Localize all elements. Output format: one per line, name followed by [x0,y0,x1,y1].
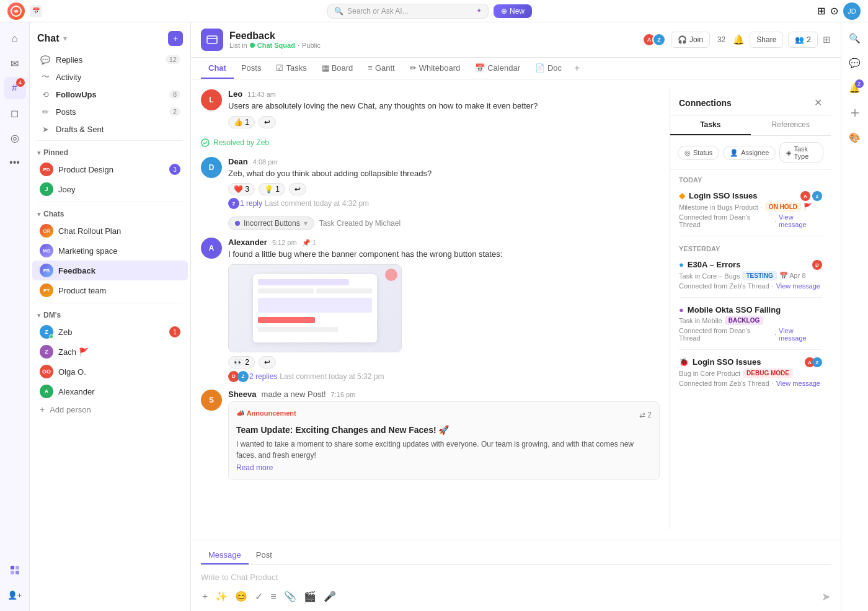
format-tool[interactable]: ≡ [269,590,277,604]
sidebar-item-product-design[interactable]: PD Product Design 3 [32,159,188,179]
sidebar-item-docs[interactable]: ◻ [4,102,26,124]
reaction-reply-alex[interactable]: ↩ [259,356,276,368]
sidebar-item-joey[interactable]: J Joey [32,179,188,199]
task-badge[interactable]: Incorrect Buttons ▾ [228,216,314,230]
calendar-icon[interactable]: 📅 [30,5,42,17]
tab-doc[interactable]: 📄 Doc [528,58,569,79]
send-button[interactable]: ➤ [822,590,831,604]
reaction-bulb[interactable]: 💡 1 [259,183,285,195]
sidebar-item-feedback[interactable]: FB Feedback [32,261,188,280]
sidebar-item-chat[interactable]: # 4 [4,77,26,99]
alexander-message-header: Alexander 5:12 pm 📌 1 [228,238,660,247]
connection-login-sso-2[interactable]: 🐞 Login SSO Issues A Z Bug in Core Produ… [670,352,831,392]
user-avatar[interactable]: JD [843,2,861,20]
dean-replies[interactable]: Z 1 reply Last comment today at 4:32 pm [228,198,660,209]
sidebar-item-goals[interactable]: ◎ [4,127,26,149]
connections-close-button[interactable]: ✕ [814,97,822,109]
add-tool[interactable]: + [201,590,209,604]
checkmark-icon [201,138,210,147]
emoji-tool[interactable]: 😊 [234,589,249,604]
tab-posts[interactable]: Posts [234,58,269,79]
sidebar-divider-2 [37,202,183,202]
mobile-okta-view[interactable]: View message [779,327,822,342]
read-more-link[interactable]: Read more [236,463,652,472]
topbar-right: ⊞ ⊙ JD [817,2,861,20]
login-sso-2-title-text: Login SSO Issues [693,357,761,367]
reaction-heart[interactable]: ❤️ 3 [228,183,255,195]
sidebar-item-home[interactable]: ⌂ [4,27,26,50]
tab-board[interactable]: ▦ Board [314,58,361,79]
sidebar-add-button[interactable]: + [168,31,183,46]
right-palette-button[interactable]: 🎨 [845,128,865,148]
connections-tab-references[interactable]: References [751,115,831,135]
composer-input[interactable] [201,569,831,586]
reaction-reply-dean[interactable]: ↩ [289,183,306,195]
right-search-button[interactable]: 🔍 [845,29,865,48]
sidebar-collapse-icon[interactable]: ▾ [63,34,67,43]
sidebar-item-add-member[interactable]: 👤+ [4,584,26,606]
connections-tab-tasks[interactable]: Tasks [670,115,751,135]
clock-icon[interactable]: ⊙ [830,5,838,17]
right-chat-button[interactable]: 💬 [845,53,865,73]
reaction-thumbsup[interactable]: 👍 1 [228,116,255,128]
sidebar-item-alexander[interactable]: A Alexander [32,381,188,401]
composer-tab-message[interactable]: Message [201,546,249,564]
sidebar-item-zach[interactable]: Z Zach 🚩 [32,342,188,362]
dms-section-header[interactable]: ▾ DM's [30,306,190,322]
connection-mobile-okta[interactable]: ● Mobile Okta SSO Failing Task in Mobile… [670,300,831,347]
checklist-tool[interactable]: ✓ [254,589,264,604]
attach-tool[interactable]: 📎 [283,589,298,604]
tab-gantt[interactable]: ≡ Gantt [360,58,402,79]
sidebar-item-drafts[interactable]: ➤ Drafts & Sent [32,120,188,138]
sidebar-item-inbox[interactable]: ✉ [4,52,26,74]
sidebar-item-replies[interactable]: 💬 Replies 12 [32,51,188,68]
e30a-view[interactable]: View message [776,282,820,290]
sidebar-item-followups[interactable]: ⟲ FollowUps 8 [32,86,188,103]
reaction-reply[interactable]: ↩ [259,116,276,128]
grid-icon[interactable]: ⊞ [817,5,825,17]
alexander-time: 5:12 pm [272,239,297,246]
tab-chat[interactable]: Chat [201,58,234,79]
composer-tab-post[interactable]: Post [249,546,280,564]
sidebar-item-more[interactable]: ••• [4,151,26,174]
tab-calendar[interactable]: 📅 Calendar [467,58,528,79]
share-button[interactable]: Share [750,32,783,48]
chat-main: Feedback List in Chat Squad · Public A Z [191,22,841,611]
new-button[interactable]: ⊕ New [494,4,532,18]
video-tool[interactable]: 🎬 [303,589,317,604]
right-activity-button[interactable]: 🔔 2 [845,78,865,98]
right-connections-button[interactable] [845,103,865,123]
filter-assignee[interactable]: 👤 Assignee [723,146,776,160]
connection-e30a[interactable]: ● E30A – Errors D Task in Core – Bugs TE… [670,255,831,295]
filter-status[interactable]: ◎ Status [678,146,719,160]
add-person-button[interactable]: + Add person [32,401,188,417]
tab-whiteboard[interactable]: ✏ Whiteboard [402,58,467,79]
bell-icon[interactable]: 🔔 [733,34,745,45]
ai-tool[interactable]: ✨ [214,589,229,604]
users-count-button[interactable]: 👥 2 [788,32,818,48]
join-button[interactable]: 🎧 Join [671,32,710,48]
sidebar-item-olga[interactable]: OO Olga O. [32,362,188,381]
pinned-section-header[interactable]: ▾ Pinned [30,143,190,159]
login-sso-view[interactable]: View message [779,213,822,228]
sidebar-item-posts[interactable]: ✏ Posts 2 [32,103,188,120]
sidebar-item-zeb[interactable]: Z Zeb 1 [32,322,188,342]
tab-add-button[interactable]: + [569,58,585,79]
chats-section-header[interactable]: ▾ Chats [30,205,190,221]
connection-login-sso[interactable]: ◆ Login SSO Issues A Z Milestone in Bugs… [670,186,831,233]
layout-icon[interactable]: ⊞ [823,34,831,45]
sidebar-item-marketing[interactable]: MS Marketing space [32,241,188,261]
search-bar[interactable]: 🔍 Search or Ask AI... ✦ [327,4,489,19]
audio-tool[interactable]: 🎤 [322,589,337,604]
filter-status-label: Status [693,149,712,156]
filter-task-type[interactable]: ◈ Task Type [779,142,823,163]
reaction-eyes[interactable]: 👀 2 [228,356,255,368]
sidebar-item-activity[interactable]: 〜 Activity [32,68,188,86]
sidebar-item-product-team[interactable]: PT Product team [32,280,188,300]
alexander-replies[interactable]: D Z 2 replies Last comment today at 5:32… [228,371,660,382]
tasks-icon: ☑ [276,63,283,73]
tab-tasks[interactable]: ☑ Tasks [268,58,314,79]
sidebar-item-spaces[interactable] [4,559,26,581]
login-sso-2-view[interactable]: View message [776,380,820,387]
sidebar-item-chat-rollout[interactable]: CR Chat Rollout Plan [32,221,188,241]
